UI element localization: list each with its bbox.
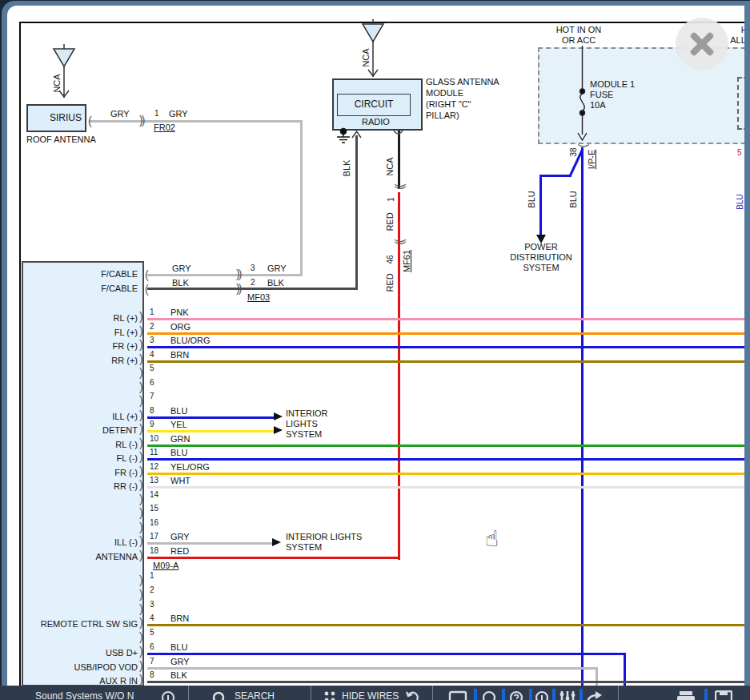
pin-label: REMOTE CTRL SW SIG <box>30 619 138 630</box>
pin-number: 6 <box>150 378 154 388</box>
interior-lights2-1: INTERIOR LIGHTS <box>286 532 362 542</box>
zoom-icon[interactable] <box>482 690 498 700</box>
glass-module-caption-2: MODULE <box>426 88 463 99</box>
toolbar-blue-separator <box>529 689 532 700</box>
blu-branch-label: BLU <box>527 191 536 207</box>
close-button[interactable] <box>676 18 728 70</box>
wire-arrow <box>274 412 283 420</box>
mf03-blk-left: BLK <box>172 278 189 288</box>
mf03-gry-left: GRY <box>172 264 191 274</box>
pin-notch: ) <box>139 451 143 462</box>
fuse-rating: 10A <box>590 100 606 111</box>
glass-nca-label: NCA <box>361 48 371 66</box>
search-button[interactable]: SEARCH <box>235 690 275 700</box>
pin-notch: ) <box>139 535 143 546</box>
circuit-label: CIRCUIT <box>337 99 411 110</box>
toolbar-divider <box>432 686 433 700</box>
m09a-connector-link[interactable]: M09-A <box>153 561 178 571</box>
wire <box>147 346 744 348</box>
info-icon[interactable] <box>162 690 174 700</box>
wire-color-label: GRY <box>170 657 190 667</box>
help-circle-icon[interactable] <box>509 690 525 700</box>
mf03-splice-1: )) <box>236 268 240 280</box>
pin-notch: ) <box>139 574 143 585</box>
fr02-pin: 1 <box>154 109 159 119</box>
edge-header-1: HOT AT <box>724 25 744 35</box>
pin-label: FL (+) <box>30 328 138 338</box>
monitor-icon[interactable] <box>448 690 467 700</box>
pin-number: 16 <box>150 518 158 528</box>
fuse-out-pin: 38 <box>569 147 578 156</box>
wires-dots-icon[interactable] <box>323 690 338 700</box>
pin-number: 7 <box>150 392 154 401</box>
mf61-connector-link[interactable]: MF61 <box>402 250 411 272</box>
wire-color-label: GRY <box>170 532 190 542</box>
fr02-splice: )) <box>139 115 143 126</box>
pin-label: ANTENNA <box>30 552 138 562</box>
pin-number: 6 <box>150 642 154 652</box>
pin-label: ILL (-) <box>30 537 138 548</box>
nca-drop-label: NCA <box>385 157 395 175</box>
toolbar-divider <box>311 686 311 700</box>
wire-blu-main-vert <box>581 147 584 686</box>
info-circle-icon[interactable] <box>535 690 551 700</box>
toolbar-divider <box>188 686 189 700</box>
fuse-header-2: OR ACC <box>547 35 611 46</box>
fr02-connector-link[interactable]: FR02 <box>154 123 175 133</box>
pin-label: RL (+) <box>30 313 138 324</box>
wire-color-label: BLU <box>170 406 187 416</box>
mf03-splice-2: )) <box>236 283 240 294</box>
bottom-toolbar: Sound Systems W/O N SEARCH HIDE WIRES <box>0 686 750 700</box>
pin-number: 1 <box>150 308 154 317</box>
wire-color-label: BLU <box>170 642 187 653</box>
search-icon[interactable] <box>212 690 227 700</box>
pin-label: FR (-) <box>30 468 138 478</box>
pin-notch: ) <box>139 339 143 350</box>
printer-icon[interactable] <box>676 690 696 700</box>
red-pin-1: 1 <box>387 197 395 202</box>
fcable-cup-2: ( <box>145 284 149 295</box>
equalizer-icon[interactable] <box>559 690 576 700</box>
wire <box>147 416 274 419</box>
pin-notch: ) <box>139 603 143 614</box>
pin-label: RR (-) <box>30 481 138 492</box>
ipe-connector-link[interactable]: I/P-E <box>587 150 596 169</box>
toolbar-divider <box>618 686 619 700</box>
wire-gry-vert <box>300 120 303 276</box>
power-dist-3: SYSTEM <box>501 263 581 273</box>
pin-number: 11 <box>150 448 158 457</box>
mf03-connector-link[interactable]: MF03 <box>247 292 270 303</box>
pin-notch: ) <box>139 311 143 322</box>
wire <box>147 557 400 559</box>
pin-number: 2 <box>150 322 154 332</box>
pin-number: 7 <box>150 657 154 666</box>
hide-wires-button[interactable]: HIDE WIRES <box>342 690 399 700</box>
red-splice-2: (( <box>394 240 405 244</box>
wire-color-label: YEL <box>170 420 187 430</box>
wire <box>147 458 744 461</box>
pin-notch: ) <box>139 409 143 420</box>
fcable-cup-1: ( <box>145 269 149 280</box>
pin-number: 3 <box>150 336 154 345</box>
toolbar-blue-separator <box>580 689 583 700</box>
pin-notch: ) <box>139 479 143 490</box>
pin-notch: ) <box>139 465 143 477</box>
wire-color-label: GRN <box>170 434 190 445</box>
mf03-gry-right: GRY <box>267 264 287 274</box>
fuse-type: FUSE <box>590 90 613 100</box>
pin-notch: ) <box>139 423 143 434</box>
wire-color-label: BRN <box>170 614 189 624</box>
undo-icon[interactable] <box>405 690 421 700</box>
share-icon[interactable] <box>585 690 604 700</box>
hand-cursor-icon: ☝ <box>485 525 499 552</box>
wire <box>147 318 744 320</box>
fcable-label-2: F/CABLE <box>32 284 138 294</box>
wire <box>147 624 744 626</box>
wire-color-label: PNK <box>170 308 189 318</box>
mf03-pin-2: 2 <box>251 278 255 288</box>
fuse-header-1: HOT IN ON <box>547 25 611 35</box>
wiring-diagram-canvas: SIRIUS ROOF ANTENNA CIRCUIT RADIO GLASS … <box>0 0 744 700</box>
mf03-pin-3: 3 <box>251 264 255 273</box>
pin-number: 4 <box>150 350 154 360</box>
save-icon[interactable] <box>715 690 732 700</box>
